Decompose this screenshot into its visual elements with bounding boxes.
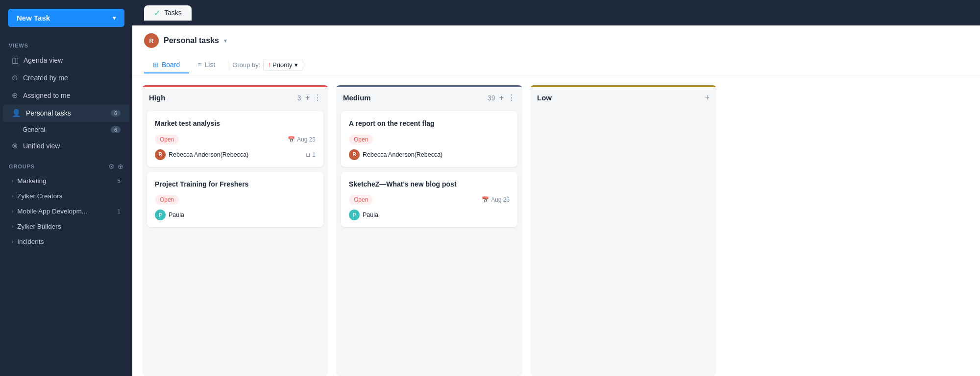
task-card-report[interactable]: A report on the recent flag Open R Rebec… — [341, 111, 517, 167]
personal-tasks-icon: 👤 — [12, 109, 21, 118]
groups-actions[interactable]: ⚙ ⊕ — [108, 163, 123, 170]
subtask-icon: ⊔ — [306, 151, 310, 158]
board-tab-label: Board — [162, 61, 180, 69]
priority-icon: ! — [269, 61, 270, 69]
group-by-button[interactable]: ! Priority ▾ — [263, 59, 303, 71]
groups-settings-icon[interactable]: ⚙ — [108, 163, 115, 170]
column-more-medium[interactable]: ⋮ — [508, 93, 515, 102]
column-add-low[interactable]: + — [705, 93, 710, 102]
column-count-medium: 39 — [488, 94, 495, 102]
sidebar-item-label: Unified view — [23, 142, 60, 150]
group-item-label: Zylker Creators — [17, 192, 62, 200]
sidebar-item-unified-view[interactable]: ⊗ Unified view — [3, 137, 129, 155]
group-by-label: Group by: — [232, 61, 260, 69]
groups-add-icon[interactable]: ⊕ — [118, 163, 123, 170]
assignee: P Paula — [155, 210, 184, 220]
chevron-right-icon: › — [12, 224, 13, 229]
group-item-marketing[interactable]: › Marketing 5 — [3, 173, 129, 188]
sidebar-item-created-by-me[interactable]: ⊙ Created by me — [3, 69, 129, 87]
created-by-me-icon: ⊙ — [12, 73, 18, 82]
marketing-badge: 5 — [117, 178, 121, 185]
group-item-zylker-creators[interactable]: › Zylker Creators — [3, 188, 129, 204]
list-tab-label: List — [205, 61, 216, 69]
unified-icon: ⊗ — [12, 141, 18, 150]
sidebar-item-assigned-to-me[interactable]: ⊕ Assigned to me — [3, 87, 129, 104]
new-task-button[interactable]: New Task ▾ — [8, 9, 124, 27]
column-count-high: 3 — [297, 94, 301, 102]
tab-board[interactable]: ⊞ Board — [144, 57, 189, 73]
mobile-app-badge: 1 — [117, 208, 121, 215]
board-area: High 3 + ⋮ Market test analysis Open 📅 A… — [132, 75, 980, 376]
page-title: Personal tasks — [164, 36, 219, 45]
sidebar-sub-item-label: General — [23, 126, 45, 133]
assignee-name: Rebecca Anderson(Rebecca) — [169, 151, 248, 158]
task-card-market-test[interactable]: Market test analysis Open 📅 Aug 25 R — [147, 111, 323, 167]
task-title: Project Training for Freshers — [155, 180, 316, 189]
avatar: P — [349, 210, 360, 220]
group-by-chevron-icon: ▾ — [294, 61, 298, 69]
group-by-area: Group by: ! Priority ▾ — [232, 55, 303, 75]
group-item-label: Zylker Builders — [17, 223, 61, 230]
divider — [228, 60, 228, 70]
task-footer: R Rebecca Anderson(Rebecca) ⊔ 1 — [155, 149, 316, 160]
column-add-high[interactable]: + — [305, 94, 310, 102]
chevron-right-icon: › — [12, 178, 13, 184]
task-card-training[interactable]: Project Training for Freshers Open P Pau… — [147, 172, 323, 228]
column-high: High 3 + ⋮ Market test analysis Open 📅 A… — [142, 85, 328, 376]
sidebar-item-agenda-view[interactable]: ◫ Agenda view — [3, 51, 129, 69]
sidebar-item-label: Agenda view — [24, 56, 63, 64]
tab-list[interactable]: ≡ List — [189, 57, 224, 73]
groups-header: GROUPS ⚙ ⊕ — [0, 155, 132, 173]
list-icon: ≡ — [197, 61, 201, 69]
column-title-high: High — [149, 94, 294, 102]
sidebar-item-label: Assigned to me — [23, 92, 71, 99]
assignee: P Paula — [349, 210, 378, 220]
subtask-count: ⊔ 1 — [306, 151, 316, 158]
tasks-tab[interactable]: ✓ Tasks — [144, 5, 192, 21]
status-badge: Open — [349, 195, 373, 205]
group-item-incidents[interactable]: › Incidents — [3, 234, 129, 249]
status-badge: Open — [349, 135, 373, 144]
subtask-number: 1 — [312, 151, 316, 158]
chevron-right-icon: › — [12, 239, 13, 244]
column-add-medium[interactable]: + — [499, 94, 504, 102]
task-card-sketchez[interactable]: SketcheZ—What's new blog post Open 📅 Aug… — [341, 172, 517, 228]
task-meta-row: Open — [349, 135, 510, 144]
tasks-check-icon: ✓ — [154, 8, 160, 18]
sidebar-item-general[interactable]: General 6 — [3, 122, 129, 137]
chevron-right-icon: › — [12, 209, 13, 214]
status-badge: Open — [155, 135, 179, 144]
task-footer: R Rebecca Anderson(Rebecca) — [349, 149, 510, 160]
task-meta-row: Open 📅 Aug 25 — [155, 135, 316, 144]
group-item-mobile-app[interactable]: › Mobile App Developm... 1 — [3, 204, 129, 219]
column-title-medium: Medium — [343, 94, 484, 102]
sidebar-item-personal-tasks[interactable]: 👤 Personal tasks 6 — [3, 104, 129, 122]
column-cards-high: Market test analysis Open 📅 Aug 25 R — [142, 107, 328, 376]
tasks-tab-label: Tasks — [164, 9, 182, 17]
assignee-name: Rebecca Anderson(Rebecca) — [363, 151, 442, 158]
due-date: 📅 Aug 25 — [288, 136, 316, 143]
sidebar-item-label: Personal tasks — [26, 109, 71, 117]
assignee: R Rebecca Anderson(Rebecca) — [155, 149, 248, 160]
chevron-down-icon[interactable]: ▾ — [224, 37, 227, 44]
column-medium: Medium 39 + ⋮ A report on the recent fla… — [336, 85, 522, 376]
group-by-value: Priority — [272, 61, 292, 69]
groups-section-label: GROUPS — [9, 164, 105, 169]
chevron-right-icon: › — [12, 193, 13, 199]
column-low: Low + — [530, 85, 716, 376]
calendar-icon: 📅 — [482, 196, 489, 203]
personal-tasks-badge: 6 — [111, 110, 121, 117]
column-header-medium: Medium 39 + ⋮ — [336, 87, 522, 107]
group-item-zylker-builders[interactable]: › Zylker Builders — [3, 219, 129, 234]
task-title: A report on the recent flag — [349, 119, 510, 129]
task-meta-row: Open — [155, 195, 316, 205]
general-badge: 6 — [111, 126, 121, 133]
board-icon: ⊞ — [153, 61, 159, 69]
calendar-icon: 📅 — [288, 136, 295, 143]
assignee-name: Paula — [169, 212, 184, 218]
new-task-label: New Task — [17, 14, 50, 22]
column-more-high[interactable]: ⋮ — [314, 93, 321, 102]
due-date: 📅 Aug 26 — [482, 196, 510, 203]
content-area: R Personal tasks ▾ ⊞ Board ≡ List Group … — [132, 25, 980, 376]
task-title: Market test analysis — [155, 119, 316, 129]
